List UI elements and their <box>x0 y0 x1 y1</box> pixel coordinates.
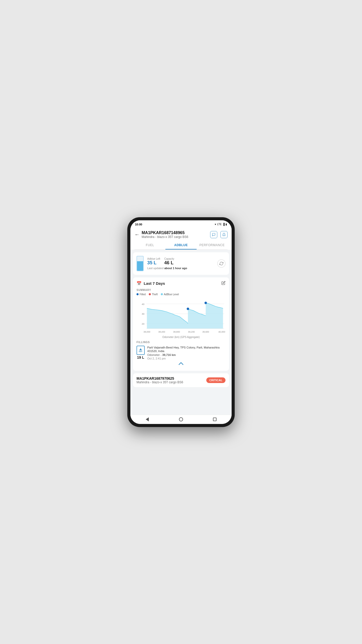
chart-area: 40 30 20 <box>137 298 225 339</box>
odometer-value: 39,716 km <box>162 353 176 356</box>
filling-item: DEF 19 L Parli Vaijanath-Beed Hwy, TPS C… <box>137 346 225 360</box>
filling-icon-container: DEF 19 L <box>137 346 145 359</box>
nav-back-icon <box>146 417 149 421</box>
phone-nav-bar <box>130 415 232 424</box>
chart-legend: Filled Theft AdBlue Level <box>137 293 225 296</box>
adblue-labels: Adblue Left 35 L Capacity 46 L <box>147 257 187 266</box>
svg-point-7 <box>187 308 189 310</box>
wifi-icon: ▾ <box>215 223 216 226</box>
adblue-tank-visual <box>137 256 144 271</box>
header-left: ← MA1PKAR1687148965 Mahindra - blazo-x 3… <box>134 231 188 239</box>
adblue-updated-prefix: Last updated <box>147 267 164 270</box>
notification-button[interactable] <box>220 231 228 238</box>
def-drop-icon <box>139 348 142 350</box>
bottom-vehicle-info: MA1PKAR1687970625 Mahindra - blazo-x 35T… <box>137 376 183 384</box>
x-axis-label: Odometer (km) (GPS Aggregate) <box>137 336 225 339</box>
nav-recents-button[interactable] <box>212 416 218 422</box>
legend-adblue-label: AdBlue Level <box>164 293 179 296</box>
header-actions <box>210 231 228 238</box>
status-bar: 10:00 ▾ LTE ▐ ▮ <box>130 220 232 228</box>
nav-back-button[interactable] <box>144 416 150 422</box>
filling-time: Oct 2, 2:41 pm <box>147 357 225 360</box>
adblue-data: Adblue Left 35 L Capacity 46 L Last upda… <box>147 257 187 270</box>
calendar-icon: 📅 <box>137 281 142 286</box>
adblue-card-inner: Adblue Left 35 L Capacity 46 L Last upda… <box>137 256 225 271</box>
adblue-capacity-value: 46 L <box>164 260 174 266</box>
filling-location: Parli Vaijanath-Beed Hwy, TPS Colony, Pa… <box>147 346 225 353</box>
phone-screen: 10:00 ▾ LTE ▐ ▮ ← MA1PKAR1687148965 Mahi… <box>130 220 232 424</box>
legend-filled-label: Filled <box>140 293 146 296</box>
legend-adblue: AdBlue Level <box>161 293 179 296</box>
signal-icon: ▐ <box>223 223 224 226</box>
app-header: ← MA1PKAR1687148965 Mahindra - blazo-x 3… <box>130 228 232 250</box>
bottom-vehicle-card[interactable]: MA1PKAR1687970625 Mahindra - blazo-x 35T… <box>133 373 229 387</box>
chart-title-row: 📅 Last 7 Days <box>137 281 165 286</box>
svg-text:38,800: 38,800 <box>173 330 180 333</box>
svg-text:40: 40 <box>142 302 144 305</box>
filling-odometer: Odometer - 39,716 km <box>147 353 225 356</box>
adblue-capacity-label: Capacity <box>164 257 174 260</box>
summary-label: SUMMARY <box>137 289 225 291</box>
legend-theft-label: Theft <box>152 293 158 296</box>
chart-svg: 40 30 20 <box>137 298 225 334</box>
chat-button[interactable] <box>210 231 217 238</box>
legend-filled: Filled <box>137 293 146 296</box>
svg-text:38,400: 38,400 <box>158 330 165 333</box>
adblue-updated-value: about 1 hour ago <box>164 267 187 270</box>
bottom-vehicle-model: Mahindra - blazo-x 35T cargo BS6 <box>137 380 183 384</box>
fillings-label: FILLINGS <box>137 341 225 344</box>
adblue-level-card: Adblue Left 35 L Capacity 46 L Last upda… <box>133 252 229 275</box>
lte-label: LTE <box>217 223 222 226</box>
critical-badge: CRITICAL <box>206 377 225 383</box>
nav-home-icon <box>179 417 183 421</box>
tab-adblue[interactable]: ADBLUE <box>165 241 196 249</box>
adblue-fill-level <box>137 261 143 270</box>
phone-device: 10:00 ▾ LTE ▐ ▮ ← MA1PKAR1687148965 Mahi… <box>127 217 235 427</box>
svg-text:20: 20 <box>142 322 144 325</box>
bottom-vehicle-id: MA1PKAR1687970625 <box>137 376 183 380</box>
tab-performance[interactable]: PERFORMANCE <box>197 241 228 249</box>
vehicle-model: Mahindra - blazo-x 35T cargo BS6 <box>142 235 188 239</box>
chart-card: 📅 Last 7 Days SUMMARY Filled <box>133 277 229 371</box>
svg-text:40,000: 40,000 <box>218 330 225 333</box>
def-text: DEF <box>139 351 142 352</box>
adblue-updated: Last updated about 1 hour ago <box>147 267 187 270</box>
legend-theft: Theft <box>149 293 158 296</box>
main-content: Adblue Left 35 L Capacity 46 L Last upda… <box>130 250 232 415</box>
nav-recents-icon <box>213 418 217 421</box>
back-button[interactable]: ← <box>134 232 140 237</box>
adblue-left-label: Adblue Left <box>147 257 160 260</box>
legend-filled-dot <box>137 293 139 295</box>
tabs: FUEL ADBLUE PERFORMANCE <box>134 241 228 250</box>
filling-details: Parli Vaijanath-Beed Hwy, TPS Colony, Pa… <box>147 346 225 360</box>
svg-point-8 <box>205 301 207 304</box>
svg-text:38,000: 38,000 <box>143 330 150 333</box>
legend-theft-dot <box>149 293 151 295</box>
refresh-button[interactable] <box>217 259 225 268</box>
chart-header: 📅 Last 7 Days <box>137 281 225 286</box>
adblue-left-item: Adblue Left 35 L <box>147 257 160 266</box>
adblue-capacity-item: Capacity 46 L <box>164 257 174 266</box>
legend-adblue-dot <box>161 293 163 295</box>
odometer-label: Odometer - <box>147 353 162 356</box>
vehicle-id: MA1PKAR1687148965 <box>142 231 188 235</box>
tab-fuel[interactable]: FUEL <box>134 241 165 249</box>
vehicle-info: MA1PKAR1687148965 Mahindra - blazo-x 35T… <box>142 231 188 239</box>
header-row: ← MA1PKAR1687148965 Mahindra - blazo-x 3… <box>134 231 228 239</box>
chart-title: Last 7 Days <box>144 281 165 286</box>
adblue-left-value: 35 L <box>147 260 160 266</box>
battery-icon: ▮ <box>225 223 227 226</box>
svg-text:39,200: 39,200 <box>188 330 195 333</box>
nav-home-button[interactable] <box>178 416 184 422</box>
status-icons: ▾ LTE ▐ ▮ <box>215 223 227 226</box>
status-time: 10:00 <box>135 223 142 226</box>
svg-text:39,600: 39,600 <box>202 330 209 333</box>
chevron-up-button[interactable] <box>137 360 225 367</box>
chart-edit-button[interactable] <box>221 281 225 286</box>
svg-text:30: 30 <box>142 312 144 315</box>
filling-amount: 19 L <box>137 355 144 359</box>
def-icon: DEF <box>137 346 145 355</box>
